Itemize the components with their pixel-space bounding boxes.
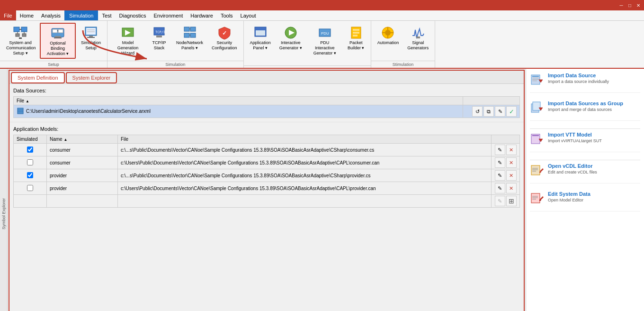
svg-rect-51 — [18, 108, 23, 114]
tab-system-explorer[interactable]: System Explorer — [66, 72, 117, 83]
simulation-setup-button[interactable]: SimulationSetup — [78, 23, 104, 53]
col-file[interactable]: File ▲ — [14, 97, 463, 105]
menu-tools[interactable]: Tools — [217, 10, 237, 20]
edit-system-data-icon — [530, 191, 544, 205]
right-panel-divider-1 — [530, 128, 640, 129]
empty-cell-1 — [14, 195, 47, 208]
svg-rect-14 — [54, 37, 62, 38]
optional-binding-button[interactable]: Optional BindingActivation ▾ — [40, 23, 76, 59]
delete-model-3-button[interactable]: ✕ — [506, 170, 517, 181]
col-simulated[interactable]: Simulated — [14, 135, 47, 144]
svg-rect-8 — [19, 37, 22, 39]
maximize-button[interactable]: □ — [626, 1, 634, 9]
col-name[interactable]: Name ▲ — [47, 135, 118, 144]
edit-model-3-button[interactable]: ✎ — [495, 170, 505, 181]
menu-analysis[interactable]: Analysis — [37, 10, 64, 20]
svg-rect-28 — [184, 33, 189, 37]
menu-simulation[interactable]: Simulation — [64, 10, 98, 20]
add-model-button[interactable]: ⊞ — [506, 196, 517, 206]
simulated-checkbox-4[interactable] — [27, 185, 33, 191]
main-body: Symbol Explorer System Definition System… — [0, 69, 644, 311]
model-file-3: c:\...s\Public\Documents\Vector\CANoe\Sa… — [118, 169, 492, 182]
reload-button[interactable]: ↺ — [472, 106, 483, 117]
svg-rect-70 — [531, 193, 540, 203]
close-button[interactable]: ✕ — [635, 1, 642, 9]
menu-test[interactable]: Test — [98, 10, 115, 20]
col-file-app[interactable]: File — [118, 135, 492, 144]
sim-check-1[interactable] — [14, 144, 47, 156]
sim-check-2[interactable] — [14, 156, 47, 169]
menu-hardware[interactable]: Hardware — [187, 10, 217, 20]
col-actions-header — [463, 97, 520, 105]
title-bar: ─ □ ✕ — [0, 0, 644, 10]
sim-check-3[interactable] — [14, 169, 47, 182]
packet-builder-button[interactable]: PacketBuilder ▾ — [344, 23, 368, 53]
node-network-label: Node/NetworkPanels ▾ — [176, 40, 203, 51]
automation-button[interactable]: Automation — [374, 23, 402, 48]
ribbon-group-stimulation: Automation SignalGenerators Stimulation — [371, 21, 436, 68]
import-vtt-title[interactable]: Import VTT Model — [548, 132, 602, 137]
sim-check-4[interactable] — [14, 182, 47, 195]
menu-bar: File Home Analysis Simulation Test Diagn… — [0, 10, 644, 21]
delete-model-4-button[interactable]: ✕ — [506, 183, 517, 193]
edit-system-data-title[interactable]: Edit System Data — [548, 191, 590, 197]
svg-rect-5 — [22, 34, 26, 37]
edit-model-1-button[interactable]: ✎ — [495, 145, 505, 155]
svg-rect-66 — [531, 165, 540, 175]
model-actions-2: ✎ ✕ — [492, 156, 520, 169]
edit-model-4-button[interactable]: ✎ — [495, 183, 505, 193]
delete-model-1-button[interactable]: ✕ — [506, 145, 517, 155]
signal-gen-button[interactable]: SignalGenerators — [404, 23, 432, 53]
model-name-1: consumer — [47, 144, 118, 156]
open-vcdl-item: Open vCDL Editor Edit and create vCDL fi… — [530, 163, 640, 183]
ribbon-group-stimulation-label: Stimulation — [371, 61, 435, 68]
import-data-source-title[interactable]: Import Data Source — [548, 73, 609, 78]
menu-layout[interactable]: Layout — [237, 10, 260, 20]
model-gen-button[interactable]: Model GenerationWizard — [110, 23, 145, 58]
tcpip-button[interactable]: TCP/IP TCP/IPStack — [147, 23, 171, 53]
svg-point-45 — [385, 30, 391, 36]
security-config-icon: ✓ — [217, 25, 232, 40]
app-model-row-1: consumer c:\...s\Public\Documents\Vector… — [14, 144, 520, 156]
tab-system-definition[interactable]: System Definition — [11, 72, 65, 83]
menu-diagnostics[interactable]: Diagnostics — [116, 10, 150, 20]
simulated-checkbox-2[interactable] — [27, 159, 33, 165]
minimize-button[interactable]: ─ — [617, 1, 625, 9]
svg-rect-19 — [89, 36, 93, 37]
edit-empty-button[interactable]: ✎ — [495, 196, 505, 206]
security-config-button[interactable]: ✓ SecurityConfiguration — [208, 23, 241, 53]
edit-model-2-button[interactable]: ✎ — [495, 157, 505, 168]
col-actions-app — [492, 135, 520, 144]
svg-text:✓: ✓ — [222, 30, 227, 37]
node-network-button[interactable]: Node/NetworkPanels ▾ — [173, 23, 206, 53]
right-panel: Import Data Source Import a data source … — [526, 69, 644, 311]
simulated-checkbox-3[interactable] — [27, 172, 33, 178]
svg-rect-4 — [16, 34, 19, 37]
interactive-gen-icon — [283, 25, 298, 40]
model-name-2: consumer — [47, 156, 118, 169]
delete-model-2-button[interactable]: ✕ — [506, 157, 517, 168]
edit-datasource-button[interactable]: ✎ — [495, 106, 505, 117]
app-models-title: Application Models: — [13, 126, 520, 132]
open-vcdl-title[interactable]: Open vCDL Editor — [548, 163, 597, 169]
ribbon: System andCommunication Setup ▾ — [0, 21, 644, 69]
system-comm-button[interactable]: System andCommunication Setup ▾ — [3, 23, 38, 58]
simulated-checkbox-1[interactable] — [27, 146, 33, 153]
menu-home[interactable]: Home — [16, 10, 37, 20]
pdu-interactive-button[interactable]: PDU PDU InteractiveGenerator ▾ — [307, 23, 342, 58]
app-panel-button[interactable]: ApplicationPanel ▾ — [247, 23, 274, 53]
automation-label: Automation — [377, 40, 399, 46]
import-vtt-icon — [530, 132, 544, 146]
model-name-4: provider — [47, 182, 118, 195]
interactive-gen-button[interactable]: InteractiveGenerator ▾ — [276, 23, 305, 53]
import-group-title[interactable]: Import Data Sources as Group — [548, 101, 623, 106]
copy-button[interactable]: ⧉ — [483, 106, 494, 117]
validate-button[interactable]: ✓ — [506, 106, 517, 117]
simulation-setup-icon — [83, 25, 98, 40]
menu-environment[interactable]: Environment — [150, 10, 187, 20]
app-wrapper: ─ □ ✕ File Home Analysis Simulation Test… — [0, 0, 644, 311]
svg-rect-35 — [256, 28, 265, 30]
menu-file[interactable]: File — [0, 10, 16, 20]
import-group-subtitle: Import and merge of data sources — [548, 107, 623, 112]
edit-system-data-item: Edit System Data Open Model Editor — [530, 191, 640, 211]
